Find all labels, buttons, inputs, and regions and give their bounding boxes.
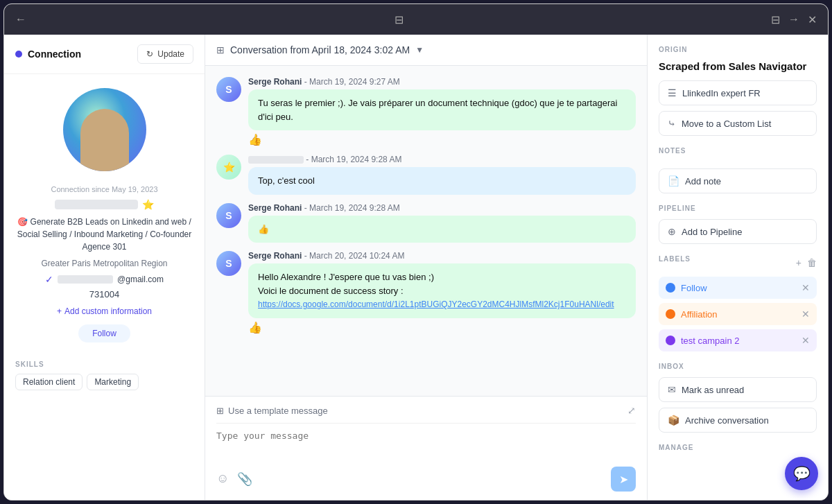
contact-phone: 731004 (15, 289, 193, 299)
message-bubble-text: Hello Alexandre ! J'espere que tu vas bi… (248, 263, 636, 318)
right-panel: ORIGIN Scraped from Sales Navigator ☰ Ll… (648, 35, 828, 500)
panel-toggle-icon-2[interactable]: ⊟ (771, 13, 780, 26)
connection-label: Connection (15, 49, 81, 60)
messages-area: S Serge Rohani - March 19, 2024 9:27 AM … (205, 66, 647, 396)
template-icon: ⊞ (216, 406, 224, 416)
expand-icon[interactable]: ⤢ (627, 405, 636, 416)
add-custom-button[interactable]: + Add custom information (15, 306, 193, 316)
message-time: - March 20, 2024 10:24 AM (304, 251, 405, 261)
message-input[interactable] (216, 431, 636, 458)
message-time: - March 19, 2024 9:28 AM (306, 155, 401, 164)
message-time: - March 19, 2024 9:28 AM (304, 203, 400, 213)
remove-follow-label[interactable]: ✕ (801, 282, 810, 293)
message-link[interactable]: https://docs.google.com/document/d/1i2L1… (258, 299, 614, 309)
contact-name-blurred (55, 200, 138, 209)
notes-label: NOTES (659, 147, 686, 155)
contact-location: Greater Paris Metropolitan Region (15, 259, 193, 268)
conversation-icon: ⊞ (216, 44, 225, 55)
contact-bio: 🎯 Generate B2B Leads on Linkedin and web… (15, 216, 193, 253)
note-icon: 📄 (668, 175, 679, 186)
label-affiliation: Affiliation ✕ (659, 303, 817, 325)
panel-toggle-icon[interactable]: ⊟ (395, 13, 404, 26)
center-panel: ⊞ Conversation from April 18, 2024 3:02 … (205, 35, 648, 500)
emoji-icon[interactable]: ☺ (216, 471, 229, 487)
message-reaction: 👍 (248, 321, 636, 334)
send-button[interactable]: ➤ (611, 467, 636, 492)
scraped-title: Scraped from Sales Navigator (659, 60, 817, 72)
delete-label-icon[interactable]: 🗑 (807, 257, 817, 268)
test-dot (666, 336, 675, 345)
label-test: test campain 2 ✕ (659, 329, 817, 351)
message-bubble-text: Top, c'est cool (248, 167, 636, 195)
sender-avatar: S (216, 251, 241, 276)
pipeline-label: PIPELINE (659, 205, 817, 212)
move-icon: ⤷ (668, 118, 676, 129)
sender-name: Serge Rohani (248, 251, 302, 261)
left-panel: Connection ↻ Update Connection since May… (4, 35, 205, 500)
archive-button[interactable]: 📦 Archive conversation (659, 408, 817, 433)
follow-tag: Follow (78, 324, 130, 342)
message-bubble-text: Tu seras le premier ;). Je vais préparer… (248, 89, 636, 130)
remove-test-label[interactable]: ✕ (801, 335, 810, 346)
mark-unread-button[interactable]: ✉ Mark as unread (659, 377, 817, 402)
email-blurred (58, 275, 113, 284)
add-label-icon[interactable]: + (796, 257, 801, 268)
add-note-button[interactable]: 📄 Add note (659, 168, 817, 193)
skill-tag: Relation client (15, 374, 83, 390)
archive-icon: 📦 (668, 415, 679, 426)
template-button[interactable]: ⊞ Use a template message (216, 406, 328, 416)
message-row: ⭐ - March 19, 2024 9:28 AM Top, c'est co… (216, 155, 636, 195)
star-icon: ⭐ (142, 199, 154, 210)
sender-avatar-other: ⭐ (216, 155, 241, 180)
message-row: S Serge Rohani - March 20, 2024 10:24 AM… (216, 251, 636, 334)
skill-tag: Marketing (87, 374, 139, 390)
labels-label: LABELS (659, 255, 691, 263)
verified-icon: ✓ (45, 274, 53, 285)
inbox-label: INBOX (659, 363, 817, 370)
sender-name: Serge Rohani (248, 77, 302, 87)
origin-label: ORIGIN (659, 46, 817, 53)
message-row: S Serge Rohani - March 19, 2024 9:28 AM … (216, 203, 636, 243)
affiliation-dot (666, 309, 675, 319)
attach-icon[interactable]: 📎 (237, 471, 252, 487)
list-icon: ☰ (668, 87, 677, 98)
floating-chat-button[interactable]: 💬 (785, 457, 818, 490)
status-dot (15, 51, 22, 58)
sender-avatar: S (216, 203, 241, 228)
move-list-button[interactable]: ⤷ Move to a Custom List (659, 111, 817, 136)
avatar (63, 88, 146, 171)
connection-since: Connection since May 19, 2023 (15, 185, 193, 193)
back-icon[interactable]: ← (15, 13, 26, 26)
forward-icon[interactable]: → (788, 13, 799, 26)
remove-affiliation-label[interactable]: ✕ (801, 309, 810, 320)
conversation-title: Conversation from April 18, 2024 3:02 AM (230, 44, 410, 55)
dropdown-arrow-icon[interactable]: ▼ (415, 45, 424, 55)
label-follow: Follow ✕ (659, 277, 817, 299)
message-bubble-text: 👍 (248, 216, 636, 243)
linkedin-list-button[interactable]: ☰ LlinkedIn expert FR (659, 80, 817, 105)
sender-name: Serge Rohani (248, 203, 302, 213)
unread-icon: ✉ (668, 384, 676, 395)
email-suffix: @gmail.com (117, 275, 164, 284)
compose-area: ⊞ Use a template message ⤢ ☺ 📎 ➤ (205, 396, 647, 500)
message-row: S Serge Rohani - March 19, 2024 9:27 AM … (216, 77, 636, 146)
sender-avatar: S (216, 77, 241, 102)
update-button[interactable]: ↻ Update (137, 44, 193, 64)
message-reaction: 👍 (248, 133, 636, 146)
manage-label: MANAGE (659, 444, 817, 451)
skills-heading: SKILLS (15, 360, 193, 368)
title-bar: ← ⊟ ⊟ → ✕ (4, 4, 828, 35)
follow-dot (666, 283, 675, 293)
close-icon[interactable]: ✕ (808, 13, 817, 26)
pipeline-icon: ⊕ (668, 226, 676, 237)
add-pipeline-button[interactable]: ⊕ Add to Pipeline (659, 219, 817, 244)
sender-name-blurred (248, 156, 304, 164)
message-time: - March 19, 2024 9:27 AM (304, 77, 400, 87)
